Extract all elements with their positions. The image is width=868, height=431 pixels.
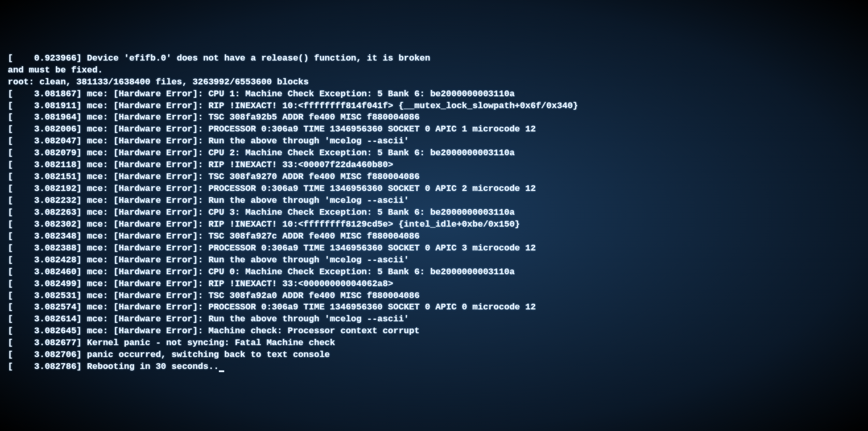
console-line: [ 3.082706] panic occurred, switching ba… [8, 349, 860, 361]
console-line: [ 3.081964] mce: [Hardware Error]: TSC 3… [8, 112, 860, 124]
cursor [219, 370, 224, 372]
console-line: [ 3.082574] mce: [Hardware Error]: PROCE… [8, 302, 860, 314]
console-line: and must be fixed. [8, 65, 860, 77]
console-line: [ 3.081911] mce: [Hardware Error]: RIP !… [8, 100, 860, 112]
console-line: [ 3.082645] mce: [Hardware Error]: Machi… [8, 325, 860, 337]
console-line: [ 3.082192] mce: [Hardware Error]: PROCE… [8, 183, 860, 195]
console-line: [ 3.082232] mce: [Hardware Error]: Run t… [8, 195, 860, 207]
console-line: [ 3.082460] mce: [Hardware Error]: CPU 0… [8, 266, 860, 278]
console-line: [ 3.082263] mce: [Hardware Error]: CPU 3… [8, 207, 860, 219]
console-line: [ 3.082348] mce: [Hardware Error]: TSC 3… [8, 231, 860, 243]
console-line: root: clean, 381133/1638400 files, 32639… [8, 77, 860, 88]
console-line: [ 3.082006] mce: [Hardware Error]: PROCE… [8, 124, 860, 136]
console-line: [ 3.082428] mce: [Hardware Error]: Run t… [8, 255, 860, 266]
console-line: [ 3.082531] mce: [Hardware Error]: TSC 3… [8, 290, 860, 302]
console-line: [ 3.082118] mce: [Hardware Error]: RIP !… [8, 159, 860, 171]
console-line: [ 3.082302] mce: [Hardware Error]: RIP !… [8, 219, 860, 231]
console-line: [ 3.082047] mce: [Hardware Error]: Run t… [8, 136, 860, 147]
console-line: [ 3.082499] mce: [Hardware Error]: RIP !… [8, 278, 860, 290]
console-line: [ 3.082151] mce: [Hardware Error]: TSC 3… [8, 171, 860, 183]
console-line: [ 3.082677] Kernel panic - not syncing: … [8, 337, 860, 349]
console-line: [ 3.082079] mce: [Hardware Error]: CPU 2… [8, 147, 860, 159]
console-line: [ 3.082388] mce: [Hardware Error]: PROCE… [8, 243, 860, 255]
console-output: [ 0.923966] Device 'efifb.0' does not ha… [8, 53, 860, 373]
console-line: [ 3.082786] Rebooting in 30 seconds.. [8, 361, 860, 373]
console-line: [ 3.081867] mce: [Hardware Error]: CPU 1… [8, 88, 860, 100]
console-line: [ 0.923966] Device 'efifb.0' does not ha… [8, 53, 860, 65]
console-line: [ 3.082614] mce: [Hardware Error]: Run t… [8, 314, 860, 325]
